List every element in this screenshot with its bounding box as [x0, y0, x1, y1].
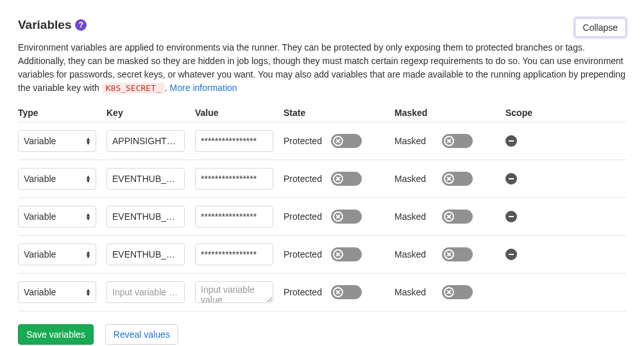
masked-label: Masked	[394, 211, 434, 222]
more-information-link[interactable]: More information	[170, 83, 237, 93]
state-label: Protected	[284, 136, 323, 146]
protected-toggle[interactable]	[331, 134, 362, 148]
type-select[interactable]: Variable	[18, 130, 96, 152]
protected-toggle[interactable]	[331, 210, 362, 224]
masked-toggle[interactable]	[442, 285, 473, 299]
key-input[interactable]	[106, 168, 185, 190]
col-key: Key	[106, 108, 190, 118]
table-row: Variable▲▼ProtectedMasked	[18, 160, 626, 198]
table-row: Variable▲▼ProtectedMasked	[18, 122, 626, 160]
x-icon	[444, 249, 454, 260]
table-row: Variable▲▼ProtectedMasked	[18, 236, 626, 274]
x-icon	[333, 287, 343, 297]
protected-toggle[interactable]	[331, 285, 362, 299]
masked-label: Masked	[394, 249, 434, 260]
protected-toggle[interactable]	[331, 247, 362, 261]
page-title: Variables ?	[18, 18, 87, 32]
type-select[interactable]: Variable	[18, 281, 96, 303]
key-input[interactable]	[106, 243, 185, 265]
key-input[interactable]	[106, 206, 185, 227]
x-icon	[333, 249, 343, 260]
x-icon	[444, 136, 454, 146]
value-input[interactable]	[195, 243, 273, 265]
value-input[interactable]	[195, 281, 273, 303]
description-text: Environment variables are applied to env…	[18, 41, 626, 95]
col-type: Type	[18, 108, 101, 118]
remove-icon[interactable]	[505, 173, 517, 185]
type-select[interactable]: Variable	[18, 243, 96, 265]
state-label: Protected	[284, 287, 323, 297]
type-select[interactable]: Variable	[18, 168, 96, 190]
masked-toggle[interactable]	[442, 210, 473, 224]
value-input[interactable]	[195, 130, 273, 152]
x-icon	[444, 174, 454, 184]
collapse-button[interactable]: Collapse	[575, 18, 626, 37]
masked-label: Masked	[394, 136, 434, 146]
x-icon	[333, 136, 343, 146]
key-input[interactable]	[106, 130, 185, 152]
value-input[interactable]	[195, 206, 273, 227]
col-value: Value	[195, 108, 278, 118]
key-input[interactable]	[106, 281, 185, 303]
remove-icon[interactable]	[505, 211, 517, 222]
title-text: Variables	[18, 18, 71, 32]
remove-icon[interactable]	[505, 135, 517, 147]
x-icon	[444, 211, 454, 222]
masked-label: Masked	[394, 287, 434, 297]
masked-toggle[interactable]	[442, 247, 473, 261]
table-row: Variable▲▼ProtectedMasked	[18, 198, 626, 236]
help-icon[interactable]: ?	[75, 19, 87, 31]
table-header: Type Key Value State Masked Scope	[18, 104, 626, 122]
remove-icon[interactable]	[505, 249, 517, 260]
x-icon	[444, 287, 454, 297]
value-input[interactable]	[195, 168, 273, 190]
masked-label: Masked	[394, 174, 434, 184]
masked-toggle[interactable]	[442, 172, 473, 186]
x-icon	[333, 211, 343, 222]
type-select[interactable]: Variable	[18, 206, 96, 227]
col-masked: Masked	[394, 108, 500, 118]
save-variables-button[interactable]: Save variables	[18, 324, 94, 345]
col-state: State	[284, 108, 389, 118]
masked-toggle[interactable]	[442, 134, 473, 148]
x-icon	[333, 174, 343, 184]
state-label: Protected	[284, 174, 323, 184]
table-row: Variable▲▼ProtectedMasked	[18, 274, 626, 311]
k8s-secret-code: K8S_SECRET_	[102, 83, 165, 94]
col-scope: Scope	[505, 108, 538, 118]
state-label: Protected	[284, 249, 323, 260]
description-part2: .	[165, 83, 170, 93]
protected-toggle[interactable]	[331, 172, 362, 186]
state-label: Protected	[284, 211, 323, 222]
reveal-values-button[interactable]: Reveal values	[105, 324, 178, 345]
